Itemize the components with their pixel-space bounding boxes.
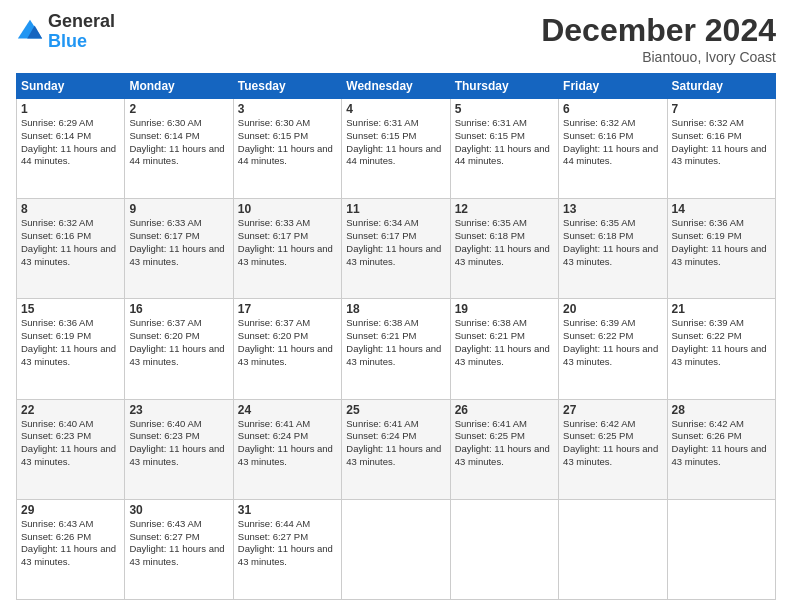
day-info: Sunrise: 6:33 AMSunset: 6:17 PMDaylight:… [129, 217, 228, 268]
day-number: 21 [672, 302, 771, 316]
day-info: Sunrise: 6:39 AMSunset: 6:22 PMDaylight:… [563, 317, 662, 368]
logo-general-text: General [48, 12, 115, 32]
day-number: 16 [129, 302, 228, 316]
table-row: 24Sunrise: 6:41 AMSunset: 6:24 PMDayligh… [233, 399, 341, 499]
day-info: Sunrise: 6:41 AMSunset: 6:25 PMDaylight:… [455, 418, 554, 469]
title-block: December 2024 Biantouo, Ivory Coast [541, 12, 776, 65]
day-number: 11 [346, 202, 445, 216]
calendar-table: Sunday Monday Tuesday Wednesday Thursday… [16, 73, 776, 600]
day-info: Sunrise: 6:34 AMSunset: 6:17 PMDaylight:… [346, 217, 445, 268]
col-thursday: Thursday [450, 74, 558, 99]
day-info: Sunrise: 6:37 AMSunset: 6:20 PMDaylight:… [129, 317, 228, 368]
day-number: 18 [346, 302, 445, 316]
day-number: 26 [455, 403, 554, 417]
table-row: 30Sunrise: 6:43 AMSunset: 6:27 PMDayligh… [125, 499, 233, 599]
day-number: 25 [346, 403, 445, 417]
table-row: 20Sunrise: 6:39 AMSunset: 6:22 PMDayligh… [559, 299, 667, 399]
day-info: Sunrise: 6:42 AMSunset: 6:25 PMDaylight:… [563, 418, 662, 469]
day-number: 7 [672, 102, 771, 116]
day-info: Sunrise: 6:39 AMSunset: 6:22 PMDaylight:… [672, 317, 771, 368]
day-info: Sunrise: 6:44 AMSunset: 6:27 PMDaylight:… [238, 518, 337, 569]
day-info: Sunrise: 6:35 AMSunset: 6:18 PMDaylight:… [455, 217, 554, 268]
table-row: 2Sunrise: 6:30 AMSunset: 6:14 PMDaylight… [125, 99, 233, 199]
table-row: 23Sunrise: 6:40 AMSunset: 6:23 PMDayligh… [125, 399, 233, 499]
day-number: 13 [563, 202, 662, 216]
table-row: 13Sunrise: 6:35 AMSunset: 6:18 PMDayligh… [559, 199, 667, 299]
day-info: Sunrise: 6:36 AMSunset: 6:19 PMDaylight:… [21, 317, 120, 368]
table-row [667, 499, 775, 599]
day-number: 12 [455, 202, 554, 216]
day-info: Sunrise: 6:30 AMSunset: 6:15 PMDaylight:… [238, 117, 337, 168]
table-row: 4Sunrise: 6:31 AMSunset: 6:15 PMDaylight… [342, 99, 450, 199]
day-info: Sunrise: 6:31 AMSunset: 6:15 PMDaylight:… [346, 117, 445, 168]
day-info: Sunrise: 6:32 AMSunset: 6:16 PMDaylight:… [672, 117, 771, 168]
col-saturday: Saturday [667, 74, 775, 99]
table-row: 26Sunrise: 6:41 AMSunset: 6:25 PMDayligh… [450, 399, 558, 499]
table-row: 14Sunrise: 6:36 AMSunset: 6:19 PMDayligh… [667, 199, 775, 299]
table-row: 22Sunrise: 6:40 AMSunset: 6:23 PMDayligh… [17, 399, 125, 499]
day-number: 2 [129, 102, 228, 116]
day-number: 20 [563, 302, 662, 316]
table-row: 19Sunrise: 6:38 AMSunset: 6:21 PMDayligh… [450, 299, 558, 399]
day-number: 3 [238, 102, 337, 116]
day-number: 23 [129, 403, 228, 417]
table-row: 6Sunrise: 6:32 AMSunset: 6:16 PMDaylight… [559, 99, 667, 199]
table-row: 31Sunrise: 6:44 AMSunset: 6:27 PMDayligh… [233, 499, 341, 599]
table-row: 8Sunrise: 6:32 AMSunset: 6:16 PMDaylight… [17, 199, 125, 299]
day-info: Sunrise: 6:33 AMSunset: 6:17 PMDaylight:… [238, 217, 337, 268]
col-wednesday: Wednesday [342, 74, 450, 99]
logo: General Blue [16, 12, 115, 52]
logo-icon [16, 18, 44, 46]
table-row: 5Sunrise: 6:31 AMSunset: 6:15 PMDaylight… [450, 99, 558, 199]
col-monday: Monday [125, 74, 233, 99]
day-info: Sunrise: 6:35 AMSunset: 6:18 PMDaylight:… [563, 217, 662, 268]
day-info: Sunrise: 6:42 AMSunset: 6:26 PMDaylight:… [672, 418, 771, 469]
calendar-week-row: 29Sunrise: 6:43 AMSunset: 6:26 PMDayligh… [17, 499, 776, 599]
day-info: Sunrise: 6:43 AMSunset: 6:27 PMDaylight:… [129, 518, 228, 569]
logo-text: General Blue [48, 12, 115, 52]
calendar-week-row: 22Sunrise: 6:40 AMSunset: 6:23 PMDayligh… [17, 399, 776, 499]
table-row: 28Sunrise: 6:42 AMSunset: 6:26 PMDayligh… [667, 399, 775, 499]
table-row: 17Sunrise: 6:37 AMSunset: 6:20 PMDayligh… [233, 299, 341, 399]
day-info: Sunrise: 6:38 AMSunset: 6:21 PMDaylight:… [346, 317, 445, 368]
day-number: 14 [672, 202, 771, 216]
page: General Blue December 2024 Biantouo, Ivo… [0, 0, 792, 612]
day-number: 5 [455, 102, 554, 116]
day-info: Sunrise: 6:38 AMSunset: 6:21 PMDaylight:… [455, 317, 554, 368]
col-friday: Friday [559, 74, 667, 99]
day-number: 9 [129, 202, 228, 216]
calendar-header-row: Sunday Monday Tuesday Wednesday Thursday… [17, 74, 776, 99]
location-subtitle: Biantouo, Ivory Coast [541, 49, 776, 65]
day-info: Sunrise: 6:31 AMSunset: 6:15 PMDaylight:… [455, 117, 554, 168]
day-number: 10 [238, 202, 337, 216]
col-tuesday: Tuesday [233, 74, 341, 99]
calendar-week-row: 1Sunrise: 6:29 AMSunset: 6:14 PMDaylight… [17, 99, 776, 199]
day-info: Sunrise: 6:40 AMSunset: 6:23 PMDaylight:… [21, 418, 120, 469]
day-number: 31 [238, 503, 337, 517]
day-info: Sunrise: 6:29 AMSunset: 6:14 PMDaylight:… [21, 117, 120, 168]
table-row: 29Sunrise: 6:43 AMSunset: 6:26 PMDayligh… [17, 499, 125, 599]
day-info: Sunrise: 6:41 AMSunset: 6:24 PMDaylight:… [238, 418, 337, 469]
day-number: 28 [672, 403, 771, 417]
day-number: 22 [21, 403, 120, 417]
day-number: 29 [21, 503, 120, 517]
calendar-week-row: 8Sunrise: 6:32 AMSunset: 6:16 PMDaylight… [17, 199, 776, 299]
day-number: 15 [21, 302, 120, 316]
day-number: 6 [563, 102, 662, 116]
month-title: December 2024 [541, 12, 776, 49]
table-row: 12Sunrise: 6:35 AMSunset: 6:18 PMDayligh… [450, 199, 558, 299]
table-row: 15Sunrise: 6:36 AMSunset: 6:19 PMDayligh… [17, 299, 125, 399]
table-row [559, 499, 667, 599]
day-info: Sunrise: 6:32 AMSunset: 6:16 PMDaylight:… [21, 217, 120, 268]
day-info: Sunrise: 6:41 AMSunset: 6:24 PMDaylight:… [346, 418, 445, 469]
logo-blue-text: Blue [48, 32, 115, 52]
day-number: 8 [21, 202, 120, 216]
table-row: 7Sunrise: 6:32 AMSunset: 6:16 PMDaylight… [667, 99, 775, 199]
header: General Blue December 2024 Biantouo, Ivo… [16, 12, 776, 65]
table-row: 21Sunrise: 6:39 AMSunset: 6:22 PMDayligh… [667, 299, 775, 399]
col-sunday: Sunday [17, 74, 125, 99]
table-row: 9Sunrise: 6:33 AMSunset: 6:17 PMDaylight… [125, 199, 233, 299]
table-row: 11Sunrise: 6:34 AMSunset: 6:17 PMDayligh… [342, 199, 450, 299]
day-number: 30 [129, 503, 228, 517]
table-row [342, 499, 450, 599]
